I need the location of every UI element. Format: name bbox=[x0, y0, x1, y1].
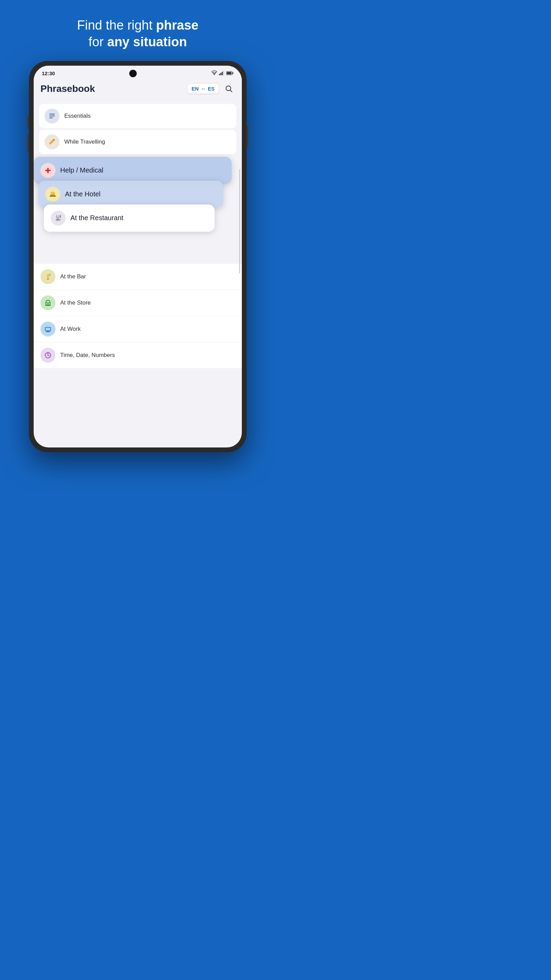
card-help-medical[interactable]: Help / Medical bbox=[34, 157, 232, 184]
svg-rect-20 bbox=[58, 215, 59, 220]
essentials-label: Essentials bbox=[64, 113, 91, 119]
at-hotel-icon bbox=[45, 187, 60, 202]
phone-wrapper: 12:30 bbox=[29, 61, 246, 452]
list-item-while-travelling[interactable]: While Travelling bbox=[39, 130, 237, 154]
while-travelling-icon bbox=[44, 134, 60, 150]
headline-line1: Find the right bbox=[77, 18, 156, 32]
status-time: 12:30 bbox=[42, 70, 55, 76]
card-at-restaurant[interactable]: At the Restaurant bbox=[44, 205, 214, 232]
power-button bbox=[246, 126, 248, 148]
svg-rect-4 bbox=[223, 71, 224, 75]
list-item-at-store[interactable]: At the Store bbox=[34, 290, 242, 316]
while-travelling-label: While Travelling bbox=[64, 138, 105, 145]
svg-line-9 bbox=[230, 90, 232, 92]
headline-line2: for bbox=[89, 35, 107, 49]
content-area: Essentials While Travelling bbox=[34, 100, 242, 447]
svg-rect-15 bbox=[45, 170, 51, 171]
at-bar-label: At the Bar bbox=[60, 273, 86, 280]
svg-rect-2 bbox=[221, 73, 221, 75]
camera-notch bbox=[129, 70, 137, 77]
lang-to: ES bbox=[208, 86, 214, 92]
app-bar-right: EN ↔ ES bbox=[187, 83, 235, 95]
svg-point-16 bbox=[50, 192, 55, 195]
bottom-list: At the Bar At the Store bbox=[34, 264, 242, 368]
at-bar-icon bbox=[40, 269, 56, 284]
svg-rect-18 bbox=[50, 196, 56, 197]
card-at-hotel[interactable]: At the Hotel bbox=[38, 181, 223, 208]
at-restaurant-icon bbox=[51, 211, 66, 226]
at-store-icon bbox=[40, 295, 56, 310]
svg-rect-24 bbox=[49, 274, 50, 274]
volume-up-button bbox=[27, 115, 29, 129]
lang-arrow: ↔ bbox=[201, 86, 206, 92]
time-date-numbers-label: Time, Date, Numbers bbox=[60, 352, 115, 359]
help-medical-label: Help / Medical bbox=[60, 166, 103, 174]
at-restaurant-label: At the Restaurant bbox=[70, 214, 124, 222]
lang-from: EN bbox=[192, 86, 198, 92]
status-bar: 12:30 bbox=[34, 66, 242, 79]
headline: Find the right phrase for any situation bbox=[77, 17, 198, 51]
headline-bold1: phrase bbox=[156, 18, 198, 32]
svg-rect-28 bbox=[49, 303, 50, 305]
phone-screen: 12:30 bbox=[34, 66, 242, 447]
cards-section: Help / Medical At the Hotel bbox=[34, 157, 242, 262]
wifi-icon bbox=[211, 70, 218, 76]
volume-down-button bbox=[27, 134, 29, 153]
list-item-at-work[interactable]: At Work bbox=[34, 316, 242, 342]
search-button[interactable] bbox=[223, 83, 235, 95]
svg-rect-3 bbox=[222, 72, 223, 75]
svg-rect-26 bbox=[46, 303, 47, 305]
svg-rect-7 bbox=[227, 72, 232, 74]
svg-point-13 bbox=[53, 140, 54, 141]
language-selector[interactable]: EN ↔ ES bbox=[187, 84, 219, 94]
list-item-time-date-numbers[interactable]: Time, Date, Numbers bbox=[34, 342, 242, 368]
signal-icon bbox=[219, 70, 224, 76]
svg-rect-1 bbox=[219, 74, 220, 75]
at-work-label: At Work bbox=[60, 326, 81, 332]
at-work-icon bbox=[40, 321, 56, 337]
essentials-icon bbox=[44, 108, 60, 124]
status-icons bbox=[211, 70, 233, 76]
headline-bold2: any situation bbox=[107, 35, 187, 49]
svg-rect-10 bbox=[49, 114, 55, 115]
battery-icon bbox=[226, 70, 233, 76]
list-item-at-bar[interactable]: At the Bar bbox=[34, 264, 242, 290]
svg-point-0 bbox=[214, 74, 214, 75]
svg-rect-32 bbox=[46, 331, 50, 332]
time-date-numbers-icon bbox=[40, 348, 56, 363]
svg-rect-6 bbox=[233, 72, 233, 74]
list-item-essentials[interactable]: Essentials bbox=[39, 104, 237, 128]
svg-rect-11 bbox=[49, 115, 55, 116]
scrollbar[interactable] bbox=[239, 169, 240, 274]
app-title: Phrasebook bbox=[40, 83, 95, 94]
at-store-label: At the Store bbox=[60, 299, 91, 306]
at-hotel-label: At the Hotel bbox=[65, 190, 101, 198]
svg-rect-30 bbox=[46, 328, 50, 331]
svg-rect-12 bbox=[49, 118, 53, 118]
svg-point-36 bbox=[48, 355, 49, 356]
app-bar: Phrasebook EN ↔ ES bbox=[34, 79, 242, 100]
svg-rect-27 bbox=[48, 303, 49, 305]
svg-rect-22 bbox=[47, 279, 49, 280]
help-medical-icon bbox=[40, 163, 56, 178]
